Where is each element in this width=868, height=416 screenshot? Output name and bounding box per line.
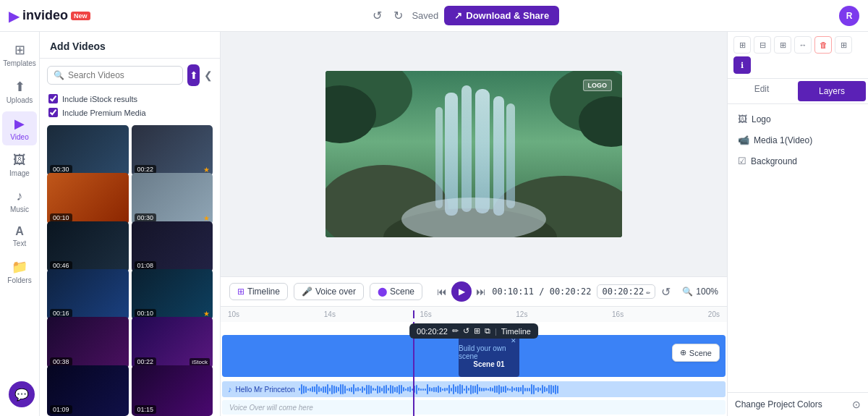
undo-button[interactable]: ↺ bbox=[370, 6, 385, 25]
sidebar-item-image[interactable]: 🖼 Image bbox=[2, 148, 37, 182]
premium-label: Include Premium Media bbox=[62, 109, 146, 117]
add-scene-button[interactable]: ⊕ Scene bbox=[672, 344, 720, 362]
video-thumb-1[interactable]: 00:22★ bbox=[132, 125, 213, 176]
search-input[interactable] bbox=[68, 70, 176, 80]
timeline-button[interactable]: ⊞ Timeline bbox=[229, 283, 288, 300]
timeline-tracks[interactable]: 00:20:22 ✏ ↺ ⊞ ⧉ | Timeline ✕ Build your… bbox=[221, 322, 727, 416]
color-wheel-icon[interactable]: ⊙ bbox=[852, 399, 861, 410]
layer-background[interactable]: ☑ Background bbox=[733, 152, 862, 170]
scene-popup-copy-icon[interactable]: ⧉ bbox=[485, 326, 490, 336]
voiceover-button[interactable]: 🎤 Voice over bbox=[294, 283, 364, 300]
panel-header: Add Videos bbox=[40, 32, 220, 59]
sidebar-item-folders[interactable]: 📁 Folders bbox=[2, 255, 37, 289]
svg-rect-7 bbox=[493, 96, 504, 216]
rp-copy-btn[interactable]: ⊞ bbox=[733, 36, 751, 54]
svg-rect-4 bbox=[445, 93, 458, 216]
layers-panel: 🖼 Logo 📹 Media 1(Video) ☑ Background bbox=[728, 104, 868, 176]
scene-button[interactable]: ⬤ Scene bbox=[370, 283, 422, 300]
audio-icon: ♪ bbox=[228, 385, 232, 394]
canvas-frame: LOGO bbox=[326, 71, 622, 238]
upload-button[interactable]: ⬆ bbox=[187, 64, 200, 86]
video-thumb-6[interactable]: 00:16 bbox=[47, 269, 129, 320]
sidebar-item-text[interactable]: A Text bbox=[2, 221, 37, 252]
search-box: 🔍 bbox=[47, 66, 183, 85]
svg-rect-8 bbox=[435, 107, 443, 208]
layer-media1[interactable]: 📹 Media 1(Video) bbox=[733, 131, 862, 149]
rp-grid-btn[interactable]: ⊞ bbox=[835, 36, 852, 54]
video-thumb-10[interactable]: 01:09 bbox=[47, 365, 129, 416]
istock-checkbox[interactable] bbox=[48, 94, 58, 103]
uploads-icon: ⬆ bbox=[14, 79, 25, 95]
canvas-area: LOGO ⊞ Timeline 🎤 Voice over ⬤ Scene ⏮ ▶ bbox=[221, 32, 727, 416]
change-colors-text: Change Project Colors bbox=[735, 399, 822, 409]
rp-delete-btn[interactable]: 🗑 bbox=[814, 36, 832, 54]
right-panel-footer: Change Project Colors ⊙ bbox=[728, 392, 868, 416]
scene-block[interactable]: ✕ Build your own scene Scene 01 bbox=[459, 335, 519, 377]
voiceover-track[interactable]: Voice Over will come here bbox=[222, 400, 726, 415]
ruler-label-12s: 12s bbox=[516, 310, 527, 318]
sidebar-item-video[interactable]: ▶ Video bbox=[2, 111, 37, 145]
canvas-preview: LOGO bbox=[221, 32, 727, 276]
svg-rect-5 bbox=[461, 85, 472, 212]
scene-popup-refresh-icon[interactable]: ↺ bbox=[463, 326, 469, 336]
svg-rect-6 bbox=[475, 89, 490, 213]
zoom-level: 100% bbox=[696, 286, 718, 297]
text-icon: A bbox=[15, 225, 24, 238]
logo-watermark: LOGO bbox=[583, 80, 613, 91]
voiceover-icon: 🎤 bbox=[302, 286, 312, 297]
istock-label: Include iStock results bbox=[62, 95, 137, 103]
loop-button[interactable]: ↺ bbox=[661, 285, 671, 299]
redo-button[interactable]: ↻ bbox=[391, 6, 406, 25]
layer-logo[interactable]: 🖼 Logo bbox=[733, 110, 862, 128]
skip-forward-button[interactable]: ⏭ bbox=[476, 286, 486, 297]
avatar[interactable]: R bbox=[839, 6, 859, 26]
video-grid: 00:3000:22★00:1000:30★00:4601:0800:1600:… bbox=[40, 119, 220, 416]
rp-paste-btn[interactable]: ⊟ bbox=[754, 36, 771, 54]
video-thumb-8[interactable]: 00:38 bbox=[47, 317, 129, 368]
premium-checkbox[interactable] bbox=[48, 108, 58, 117]
waterfall-visual bbox=[326, 71, 622, 238]
download-share-button[interactable]: ↗ Download & Share bbox=[444, 6, 559, 25]
voiceover-placeholder: Voice Over will come here bbox=[229, 404, 313, 412]
image-icon: 🖼 bbox=[13, 153, 26, 168]
templates-icon: ⊞ bbox=[14, 42, 25, 58]
play-button[interactable]: ▶ bbox=[451, 281, 472, 302]
chat-button[interactable]: 💬 bbox=[9, 381, 35, 407]
tab-layers[interactable]: Layers bbox=[798, 81, 866, 101]
time-input-value: 00:20:22 bbox=[602, 286, 644, 297]
folders-icon: 📁 bbox=[12, 259, 27, 275]
ruler-label-16b: 16s bbox=[612, 310, 624, 318]
video-thumb-3[interactable]: 00:30★ bbox=[132, 173, 213, 224]
sidebar-item-templates[interactable]: ⊞ Templates bbox=[2, 38, 37, 72]
skip-back-button[interactable]: ⏮ bbox=[437, 286, 447, 297]
video-thumb-9[interactable]: 00:22iStock bbox=[132, 317, 213, 368]
video-thumb-7[interactable]: 00:10★ bbox=[132, 269, 213, 320]
video-thumb-2[interactable]: 00:10 bbox=[47, 173, 129, 224]
logo-text: invideo bbox=[22, 8, 68, 23]
sidebar-item-music[interactable]: ♪ Music bbox=[2, 184, 37, 218]
topbar: ▶ invideo New ↺ ↻ Saved ↗ Download & Sha… bbox=[0, 0, 868, 32]
video-thumb-4[interactable]: 00:46 bbox=[47, 221, 129, 272]
topbar-right: R bbox=[839, 6, 859, 26]
video-thumb-11[interactable]: 01:15 bbox=[132, 365, 213, 416]
scene-popup: 00:20:22 ✏ ↺ ⊞ ⧉ | Timeline bbox=[409, 323, 538, 339]
scene-popup-edit-icon: ✏ bbox=[452, 326, 459, 336]
tab-edit[interactable]: Edit bbox=[728, 79, 796, 103]
right-panel-tabs: Edit Layers bbox=[728, 79, 868, 104]
video-thumb-0[interactable]: 00:30 bbox=[47, 125, 129, 176]
rp-expand-btn[interactable]: ↔ bbox=[794, 36, 812, 54]
scene-popup-grid-icon[interactable]: ⊞ bbox=[474, 326, 480, 336]
panel-search-row: 🔍 ⬆ ❮ bbox=[40, 59, 220, 92]
rp-fit-btn[interactable]: ⊞ bbox=[774, 36, 791, 54]
audio-track[interactable]: ♪ Hello Mr Princeton bbox=[222, 381, 726, 397]
collapse-panel-button[interactable]: ❮ bbox=[204, 69, 213, 81]
timeline-icon: ⊞ bbox=[237, 286, 244, 297]
right-panel-toolbar: ⊞ ⊟ ⊞ ↔ 🗑 ⊞ ℹ bbox=[728, 32, 868, 79]
panel-title: Add Videos bbox=[50, 41, 106, 52]
download-icon: ↗ bbox=[454, 10, 462, 21]
rp-info-btn[interactable]: ℹ bbox=[733, 56, 751, 74]
sidebar-item-uploads[interactable]: ⬆ Uploads bbox=[2, 75, 37, 109]
ruler-label-10s: 10s bbox=[228, 310, 239, 318]
time-input-box[interactable]: 00:20:22 ✏ bbox=[597, 284, 655, 299]
video-thumb-5[interactable]: 01:08 bbox=[132, 221, 213, 272]
